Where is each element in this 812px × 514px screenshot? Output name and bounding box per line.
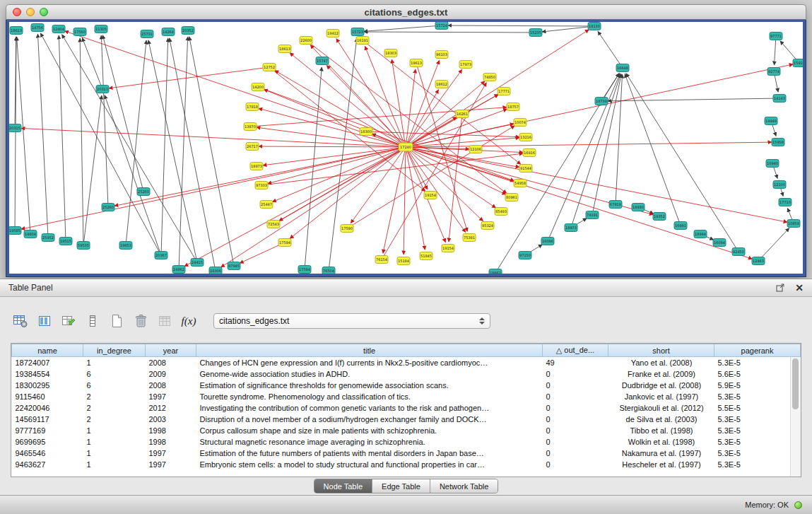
graph-node[interactable]: 14264 bbox=[162, 28, 175, 36]
graph-edge[interactable] bbox=[406, 147, 752, 259]
graph-edge[interactable] bbox=[347, 126, 514, 228]
graph-node[interactable]: 18973 bbox=[565, 224, 577, 232]
graph-node[interactable]: 18306 bbox=[209, 267, 222, 274]
table-cell[interactable]: 14569117 bbox=[12, 414, 83, 425]
close-button[interactable] bbox=[13, 8, 21, 16]
table-cell[interactable]: 1 bbox=[83, 357, 146, 368]
graph-node[interactable]: 16096 bbox=[541, 238, 554, 245]
graph-edge[interactable] bbox=[114, 147, 406, 206]
graph-node[interactable]: 15184 bbox=[397, 257, 410, 265]
table-cell[interactable]: 5.6E-5 bbox=[714, 368, 801, 380]
graph-node[interactable]: 19352 bbox=[653, 213, 666, 221]
graph-edge[interactable] bbox=[449, 114, 462, 242]
graph-edge[interactable] bbox=[598, 31, 623, 68]
graph-node[interactable]: 95324 bbox=[481, 222, 494, 230]
table-cell[interactable]: 0 bbox=[543, 380, 608, 391]
table-cell[interactable]: 19384554 bbox=[12, 368, 83, 380]
graph-node[interactable]: 92774 bbox=[767, 68, 780, 76]
graph-node[interactable]: 16916 bbox=[523, 149, 536, 157]
table-cell[interactable]: 1 bbox=[83, 436, 146, 448]
graph-node[interactable]: 12404 bbox=[52, 25, 65, 33]
graph-node[interactable]: 16191 bbox=[356, 37, 369, 45]
graph-edge[interactable] bbox=[364, 25, 442, 31]
table-cell[interactable]: Nakamura et al. (1997) bbox=[608, 448, 714, 459]
table-row[interactable]: 977716911998Corpus callosum shape and si… bbox=[12, 425, 801, 436]
graph-edge[interactable] bbox=[382, 83, 486, 259]
graph-node[interactable]: 17818 bbox=[246, 103, 259, 111]
table-cell[interactable]: 6 bbox=[83, 368, 146, 380]
table-cell[interactable]: Jankovic et al. (1997) bbox=[608, 391, 714, 402]
graph-edge[interactable] bbox=[406, 64, 793, 147]
graph-node[interactable]: 20367 bbox=[155, 252, 167, 259]
new-column-button[interactable] bbox=[58, 312, 79, 330]
table-scrollbar[interactable] bbox=[790, 357, 801, 477]
graph-node[interactable]: 17594 bbox=[278, 239, 291, 247]
graph-node[interactable]: 10074 bbox=[514, 119, 526, 127]
graph-edge[interactable] bbox=[37, 34, 48, 238]
graph-node[interactable]: 19412 bbox=[326, 30, 339, 37]
tab-node-table[interactable]: Node Table bbox=[314, 479, 372, 493]
table-cell[interactable]: 2012 bbox=[146, 402, 196, 414]
graph-node[interactable]: 18300 bbox=[360, 128, 372, 136]
table-cell[interactable]: 1997 bbox=[146, 448, 196, 459]
graph-edge[interactable] bbox=[263, 147, 406, 165]
table-cell[interactable]: Changes of HCN gene expression and I(f) … bbox=[196, 357, 543, 368]
graph-edge[interactable] bbox=[240, 243, 285, 263]
table-row[interactable]: 911546021997Tourette syndrome. Phenomeno… bbox=[12, 391, 801, 402]
graph-node[interactable]: 17594 bbox=[298, 266, 311, 274]
graph-node[interactable]: 26717 bbox=[246, 143, 259, 151]
graph-edge[interactable] bbox=[259, 146, 406, 147]
graph-edge[interactable] bbox=[275, 71, 406, 147]
graph-node[interactable]: 10940 bbox=[766, 160, 779, 168]
graph-edge[interactable] bbox=[404, 147, 406, 255]
table-cell[interactable]: Embryonic stem cells: a model to study s… bbox=[196, 459, 543, 470]
graph-edge[interactable] bbox=[548, 74, 620, 241]
graph-node[interactable]: 12463 bbox=[752, 257, 765, 265]
graph-node[interactable]: 25260 bbox=[102, 204, 114, 211]
close-panel-icon[interactable]: ✕ bbox=[795, 284, 804, 292]
graph-node[interactable]: 17240 bbox=[399, 143, 413, 151]
table-cell[interactable]: 5.3E-5 bbox=[714, 391, 801, 402]
network-graph[interactable]: 1724018613127521420017818138702671718973… bbox=[9, 22, 803, 274]
show-columns-button[interactable] bbox=[34, 312, 55, 330]
graph-edge[interactable] bbox=[189, 37, 234, 266]
graph-edge[interactable] bbox=[126, 40, 146, 245]
graph-edge[interactable] bbox=[608, 98, 779, 101]
graph-node[interactable]: 67919 bbox=[609, 201, 622, 209]
table-cell[interactable]: 1 bbox=[83, 459, 146, 470]
graph-node[interactable]: 14756 bbox=[31, 24, 44, 32]
graph-edge[interactable] bbox=[82, 37, 102, 89]
graph-node[interactable]: 79191 bbox=[586, 211, 599, 219]
graph-node[interactable]: 72543 bbox=[267, 221, 280, 228]
table-cell[interactable]: 9699695 bbox=[12, 436, 83, 448]
graph-edge[interactable] bbox=[59, 35, 66, 241]
graph-node[interactable]: 18662 bbox=[489, 269, 502, 274]
graph-node[interactable]: 96103 bbox=[435, 51, 448, 59]
table-cell[interactable]: Stergiakouli et al. (2012) bbox=[608, 402, 714, 414]
graph-node[interactable]: 16094 bbox=[713, 239, 726, 247]
graph-node[interactable]: 10859 bbox=[787, 220, 800, 228]
graph-edge[interactable] bbox=[170, 38, 216, 271]
graph-node[interactable]: 97771 bbox=[770, 33, 782, 40]
graph-node[interactable]: 80961 bbox=[505, 194, 518, 201]
graph-edge[interactable] bbox=[184, 147, 406, 267]
graph-edge[interactable] bbox=[616, 74, 623, 204]
graph-node[interactable]: 17710 bbox=[779, 199, 792, 206]
graph-edge[interactable] bbox=[105, 95, 161, 255]
table-cell[interactable]: Franke et al. (2009) bbox=[608, 368, 714, 380]
table-cell[interactable]: 0 bbox=[543, 402, 608, 414]
graph-node[interactable]: 19585 bbox=[9, 227, 21, 235]
table-cell[interactable]: Dudbridge et al. (2008) bbox=[608, 380, 714, 391]
graph-node[interactable]: 17590 bbox=[341, 225, 353, 233]
graph-node[interactable]: 19154 bbox=[424, 192, 437, 199]
graph-node[interactable]: 17771 bbox=[498, 88, 510, 95]
table-cell[interactable]: 5.3E-5 bbox=[714, 357, 801, 368]
function-builder-button[interactable]: f(x) bbox=[178, 312, 199, 330]
graph-node[interactable]: 16261 bbox=[456, 110, 469, 118]
graph-edge[interactable] bbox=[448, 25, 594, 26]
table-selector[interactable]: citations_edges.txt bbox=[213, 313, 490, 329]
graph-node[interactable]: 14200 bbox=[252, 83, 264, 91]
table-cell[interactable]: 0 bbox=[543, 414, 608, 425]
table-cell[interactable]: Hescheler et al. (1997) bbox=[608, 459, 714, 470]
table-cell[interactable]: Wolkin et al. (1998) bbox=[608, 436, 714, 448]
